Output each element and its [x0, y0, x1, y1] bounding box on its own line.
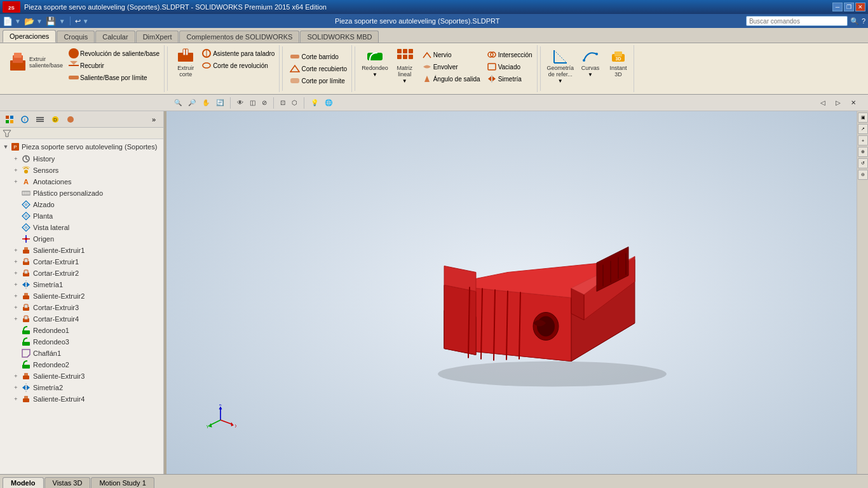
expand-panel-button[interactable]: » — [147, 113, 161, 126]
tree-expand-saliente1[interactable]: + — [13, 247, 19, 254]
simetria-button[interactable]: Simetría — [485, 73, 534, 85]
panel-expand-button[interactable]: ▷ — [831, 97, 845, 108]
minimize-button[interactable]: ─ — [832, 3, 843, 11]
property-manager-button[interactable]: i — [18, 113, 32, 126]
angulo-salida-button[interactable]: Ángulo de salida — [420, 73, 482, 85]
tree-expand-anotaciones[interactable]: + — [13, 179, 19, 185]
tree-expand-history[interactable]: + — [13, 156, 19, 162]
tree-expand-saliente3[interactable]: + — [13, 373, 19, 379]
close-button[interactable]: ✕ — [855, 3, 865, 11]
saliente-limite-button[interactable]: Saliente/Base por límite — [67, 72, 161, 83]
curvas-button[interactable]: Curvas ▼ — [578, 46, 603, 79]
recubrir-button[interactable]: Recubrir — [67, 60, 161, 71]
tree-item-origen[interactable]: Origen — [0, 233, 163, 245]
extruir-corte-button[interactable]: Extruircorte — [173, 46, 198, 79]
tree-expand-saliente2[interactable]: + — [13, 293, 19, 299]
tree-expand-root[interactable]: ▼ — [3, 144, 9, 150]
config-manager-button[interactable] — [33, 113, 47, 126]
rotate-btn[interactable]: ↺ — [858, 158, 868, 168]
matriz-lineal-button[interactable]: Matrizlineal ▼ — [392, 46, 417, 85]
tree-expand-sensors[interactable]: + — [13, 167, 19, 173]
extruir-saliente-button[interactable]: Extruirsaliente/base — [5, 46, 64, 79]
tree-item-saliente1[interactable]: +Saliente-Extruir1 — [0, 245, 163, 256]
view-options-button[interactable]: 👁 — [234, 98, 246, 107]
tree-expand-cortar4[interactable]: + — [13, 316, 19, 322]
tree-item-material[interactable]: Plástico personalizado — [0, 187, 163, 199]
search-input[interactable] — [746, 16, 848, 26]
tree-item-cortar1[interactable]: +Cortar-Extruir1 — [0, 256, 163, 268]
new-button[interactable]: 📄 — [3, 17, 13, 26]
lighting-button[interactable]: 💡 — [308, 98, 321, 107]
envolver-button[interactable]: Envolver — [420, 61, 482, 72]
tree-item-planta[interactable]: Planta — [0, 210, 163, 222]
tree-item-simetria2[interactable]: +Simetría2 — [0, 382, 163, 393]
corte-limite-button[interactable]: Corte por límite — [288, 75, 349, 86]
display-manager-button[interactable] — [64, 113, 78, 126]
display-style-button[interactable]: ◫ — [247, 98, 258, 107]
revolucion-button[interactable]: Revolución de saliente/base — [67, 48, 161, 59]
redondeo-button[interactable]: Redondeo ▼ — [360, 46, 390, 79]
save-button[interactable]: 💾 — [46, 17, 56, 26]
tree-expand-cortar2[interactable]: + — [13, 270, 19, 276]
view-orient-btn[interactable]: ▣ — [858, 112, 868, 123]
expand-btn[interactable]: ↗ — [858, 124, 868, 134]
geometria-ref-button[interactable]: Geometríade refer... ▼ — [546, 46, 576, 85]
tab-dimxpert[interactable]: DimXpert — [136, 30, 179, 43]
tree-item-cortar2[interactable]: +Cortar-Extruir2 — [0, 268, 163, 279]
tree-item-chaflan1[interactable]: Chaflán1 — [0, 348, 163, 359]
panel-collapse-button[interactable]: ◁ — [816, 97, 830, 108]
tree-item-redondeo1[interactable]: Redondeo1 — [0, 325, 163, 336]
tree-root[interactable]: ▼ P Pieza soporte servo autoleveling (So… — [0, 140, 163, 153]
tree-item-cortar4[interactable]: +Cortar-Extruir4 — [0, 313, 163, 325]
tab-modelo[interactable]: Modelo — [3, 477, 44, 488]
tree-item-simetria1[interactable]: +Simetría1 — [0, 279, 163, 290]
corte-barrido-button[interactable]: Corte barrido — [288, 51, 349, 62]
tree-item-alzado[interactable]: Alzado — [0, 199, 163, 210]
dimxpert-manager-button[interactable]: D — [48, 113, 62, 126]
tree-expand-simetria1[interactable]: + — [13, 281, 19, 288]
view-orient-button[interactable]: ⊡ — [278, 98, 288, 107]
tree-expand-saliente4[interactable]: + — [13, 396, 19, 402]
zoom-fit-button[interactable]: 🔍 — [172, 98, 184, 107]
rotate-button[interactable]: 🔄 — [214, 98, 226, 107]
tab-mbd[interactable]: SOLIDWORKS MBD — [300, 30, 379, 43]
close-panel-button[interactable]: ✕ — [846, 97, 860, 108]
nervio-button[interactable]: Nervio — [420, 49, 482, 60]
tree-expand-cortar1[interactable]: + — [13, 259, 19, 265]
viewport[interactable]: Z X Y ▣ ↗ + ⊕ ↺ ⊖ — [166, 111, 868, 474]
tree-item-redondeo2[interactable]: Redondeo2 — [0, 359, 163, 370]
section-view-button[interactable]: ⊘ — [259, 98, 269, 107]
instant-3d-button[interactable]: 3D Instant3D — [606, 46, 631, 79]
scene-button[interactable]: 🌐 — [322, 98, 335, 107]
tree-item-sensors[interactable]: +Sensors — [0, 165, 163, 176]
corte-recubierto-button[interactable]: Corte recubierto — [288, 63, 349, 74]
tree-item-vista_lateral[interactable]: Vista lateral — [0, 222, 163, 233]
view-3d-button[interactable]: ⬡ — [289, 98, 300, 107]
tree-expand-simetria2[interactable]: + — [13, 384, 19, 391]
feature-manager-button[interactable] — [3, 113, 17, 126]
pan-btn[interactable]: ⊕ — [858, 147, 868, 157]
tree-item-redondeo3[interactable]: Redondeo3 — [0, 336, 163, 348]
tab-croquis[interactable]: Croquis — [57, 30, 95, 43]
restore-button[interactable]: ❐ — [844, 3, 854, 11]
corte-revolucion-button[interactable]: Corte de revolución — [200, 60, 276, 71]
tab-motion-study[interactable]: Motion Study 1 — [91, 477, 154, 488]
vaciado-button[interactable]: Vaciado — [485, 61, 534, 72]
tab-complementos[interactable]: Complementos de SOLIDWORKS — [179, 30, 299, 43]
help-button[interactable]: ? — [862, 17, 865, 25]
tree-item-saliente2[interactable]: +Saliente-Extruir2 — [0, 290, 163, 302]
titlebar-controls[interactable]: ─ ❐ ✕ — [832, 3, 865, 11]
tree-item-anotaciones[interactable]: +AAnotaciones — [0, 176, 163, 187]
zoom-area-button[interactable]: 🔎 — [186, 98, 198, 107]
tab-operaciones[interactable]: Operaciones — [3, 30, 56, 43]
pan-button[interactable]: ✋ — [200, 98, 212, 107]
tree-item-saliente4[interactable]: +Saliente-Extruir4 — [0, 393, 163, 405]
interseccion-button[interactable]: Intersección — [485, 49, 534, 60]
tree-item-history[interactable]: +History — [0, 153, 163, 165]
open-button[interactable]: 📂 — [24, 17, 34, 26]
zoom-btn[interactable]: + — [858, 135, 868, 146]
tree-item-cortar3[interactable]: +Cortar-Extruir3 — [0, 302, 163, 313]
asistente-taladro-button[interactable]: Asistente para taladro — [200, 48, 276, 59]
section-btn[interactable]: ⊖ — [858, 170, 868, 180]
tab-calcular[interactable]: Calcular — [95, 30, 135, 43]
